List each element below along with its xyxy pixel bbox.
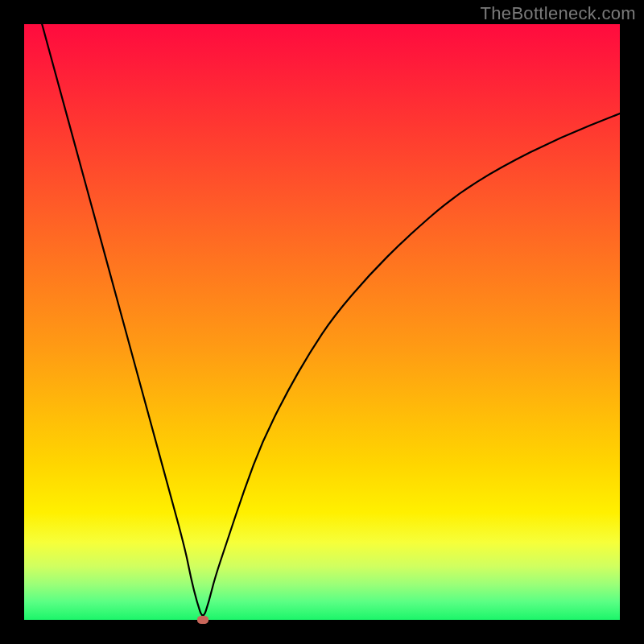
plot-area (24, 24, 620, 620)
chart-frame: TheBottleneck.com (0, 0, 644, 644)
watermark-text: TheBottleneck.com (481, 3, 636, 24)
curve-svg (24, 24, 620, 620)
minimum-marker (197, 616, 208, 624)
bottleneck-curve (42, 24, 620, 615)
